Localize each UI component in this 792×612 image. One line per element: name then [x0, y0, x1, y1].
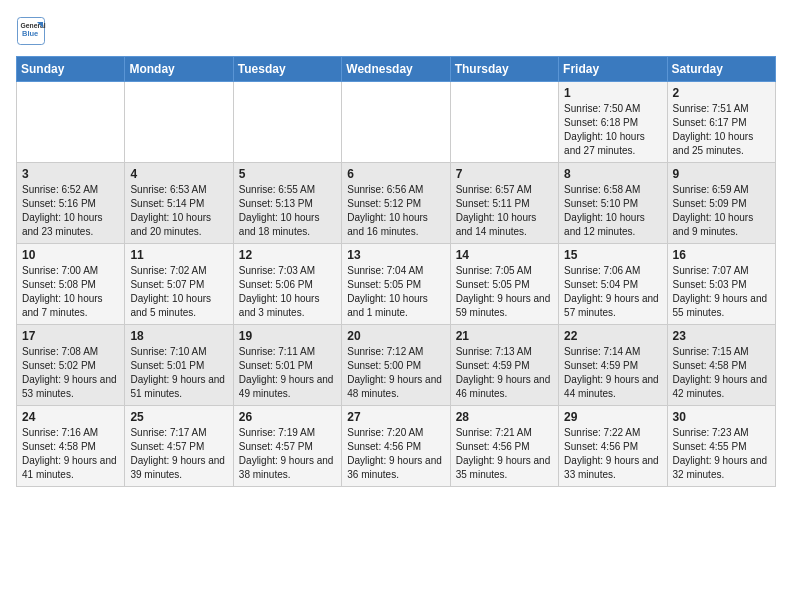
day-number: 3	[22, 167, 119, 181]
calendar-cell: 12Sunrise: 7:03 AM Sunset: 5:06 PM Dayli…	[233, 244, 341, 325]
page-header: General Blue	[16, 16, 776, 46]
day-info: Sunrise: 7:15 AM Sunset: 4:58 PM Dayligh…	[673, 345, 770, 401]
day-info: Sunrise: 7:13 AM Sunset: 4:59 PM Dayligh…	[456, 345, 553, 401]
day-number: 4	[130, 167, 227, 181]
day-info: Sunrise: 6:57 AM Sunset: 5:11 PM Dayligh…	[456, 183, 553, 239]
day-info: Sunrise: 6:58 AM Sunset: 5:10 PM Dayligh…	[564, 183, 661, 239]
calendar-cell: 19Sunrise: 7:11 AM Sunset: 5:01 PM Dayli…	[233, 325, 341, 406]
day-info: Sunrise: 7:16 AM Sunset: 4:58 PM Dayligh…	[22, 426, 119, 482]
day-info: Sunrise: 6:55 AM Sunset: 5:13 PM Dayligh…	[239, 183, 336, 239]
calendar-cell: 28Sunrise: 7:21 AM Sunset: 4:56 PM Dayli…	[450, 406, 558, 487]
day-info: Sunrise: 6:59 AM Sunset: 5:09 PM Dayligh…	[673, 183, 770, 239]
calendar-cell: 1Sunrise: 7:50 AM Sunset: 6:18 PM Daylig…	[559, 82, 667, 163]
day-info: Sunrise: 7:03 AM Sunset: 5:06 PM Dayligh…	[239, 264, 336, 320]
calendar-cell: 29Sunrise: 7:22 AM Sunset: 4:56 PM Dayli…	[559, 406, 667, 487]
day-info: Sunrise: 7:50 AM Sunset: 6:18 PM Dayligh…	[564, 102, 661, 158]
day-number: 17	[22, 329, 119, 343]
day-number: 9	[673, 167, 770, 181]
calendar-cell: 8Sunrise: 6:58 AM Sunset: 5:10 PM Daylig…	[559, 163, 667, 244]
calendar-cell: 15Sunrise: 7:06 AM Sunset: 5:04 PM Dayli…	[559, 244, 667, 325]
weekday-header-row: SundayMondayTuesdayWednesdayThursdayFrid…	[17, 57, 776, 82]
day-number: 10	[22, 248, 119, 262]
calendar-cell: 23Sunrise: 7:15 AM Sunset: 4:58 PM Dayli…	[667, 325, 775, 406]
weekday-header: Saturday	[667, 57, 775, 82]
day-number: 6	[347, 167, 444, 181]
calendar-cell	[450, 82, 558, 163]
day-info: Sunrise: 7:22 AM Sunset: 4:56 PM Dayligh…	[564, 426, 661, 482]
calendar-cell: 10Sunrise: 7:00 AM Sunset: 5:08 PM Dayli…	[17, 244, 125, 325]
day-number: 16	[673, 248, 770, 262]
day-info: Sunrise: 7:21 AM Sunset: 4:56 PM Dayligh…	[456, 426, 553, 482]
day-number: 28	[456, 410, 553, 424]
calendar-week-row: 10Sunrise: 7:00 AM Sunset: 5:08 PM Dayli…	[17, 244, 776, 325]
calendar-cell: 25Sunrise: 7:17 AM Sunset: 4:57 PM Dayli…	[125, 406, 233, 487]
day-info: Sunrise: 7:11 AM Sunset: 5:01 PM Dayligh…	[239, 345, 336, 401]
day-number: 1	[564, 86, 661, 100]
calendar-cell: 14Sunrise: 7:05 AM Sunset: 5:05 PM Dayli…	[450, 244, 558, 325]
weekday-header: Wednesday	[342, 57, 450, 82]
day-number: 5	[239, 167, 336, 181]
weekday-header: Thursday	[450, 57, 558, 82]
calendar-table: SundayMondayTuesdayWednesdayThursdayFrid…	[16, 56, 776, 487]
day-info: Sunrise: 7:51 AM Sunset: 6:17 PM Dayligh…	[673, 102, 770, 158]
day-info: Sunrise: 7:10 AM Sunset: 5:01 PM Dayligh…	[130, 345, 227, 401]
calendar-cell	[125, 82, 233, 163]
calendar-cell: 20Sunrise: 7:12 AM Sunset: 5:00 PM Dayli…	[342, 325, 450, 406]
calendar-cell: 4Sunrise: 6:53 AM Sunset: 5:14 PM Daylig…	[125, 163, 233, 244]
day-info: Sunrise: 7:12 AM Sunset: 5:00 PM Dayligh…	[347, 345, 444, 401]
calendar-cell	[233, 82, 341, 163]
day-info: Sunrise: 7:00 AM Sunset: 5:08 PM Dayligh…	[22, 264, 119, 320]
day-info: Sunrise: 7:19 AM Sunset: 4:57 PM Dayligh…	[239, 426, 336, 482]
day-number: 19	[239, 329, 336, 343]
day-number: 24	[22, 410, 119, 424]
weekday-header: Friday	[559, 57, 667, 82]
day-info: Sunrise: 7:07 AM Sunset: 5:03 PM Dayligh…	[673, 264, 770, 320]
day-info: Sunrise: 6:52 AM Sunset: 5:16 PM Dayligh…	[22, 183, 119, 239]
weekday-header: Tuesday	[233, 57, 341, 82]
day-number: 2	[673, 86, 770, 100]
day-number: 12	[239, 248, 336, 262]
day-number: 8	[564, 167, 661, 181]
day-number: 20	[347, 329, 444, 343]
calendar-cell: 3Sunrise: 6:52 AM Sunset: 5:16 PM Daylig…	[17, 163, 125, 244]
day-number: 29	[564, 410, 661, 424]
calendar-cell: 5Sunrise: 6:55 AM Sunset: 5:13 PM Daylig…	[233, 163, 341, 244]
logo-icon: General Blue	[16, 16, 46, 46]
calendar-cell: 11Sunrise: 7:02 AM Sunset: 5:07 PM Dayli…	[125, 244, 233, 325]
day-number: 13	[347, 248, 444, 262]
calendar-cell: 24Sunrise: 7:16 AM Sunset: 4:58 PM Dayli…	[17, 406, 125, 487]
weekday-header: Sunday	[17, 57, 125, 82]
day-info: Sunrise: 7:20 AM Sunset: 4:56 PM Dayligh…	[347, 426, 444, 482]
calendar-cell: 16Sunrise: 7:07 AM Sunset: 5:03 PM Dayli…	[667, 244, 775, 325]
calendar-cell	[17, 82, 125, 163]
day-info: Sunrise: 6:53 AM Sunset: 5:14 PM Dayligh…	[130, 183, 227, 239]
day-number: 25	[130, 410, 227, 424]
day-number: 18	[130, 329, 227, 343]
weekday-header: Monday	[125, 57, 233, 82]
calendar-cell: 18Sunrise: 7:10 AM Sunset: 5:01 PM Dayli…	[125, 325, 233, 406]
svg-text:Blue: Blue	[22, 29, 38, 38]
day-info: Sunrise: 7:04 AM Sunset: 5:05 PM Dayligh…	[347, 264, 444, 320]
day-number: 26	[239, 410, 336, 424]
day-number: 14	[456, 248, 553, 262]
day-info: Sunrise: 6:56 AM Sunset: 5:12 PM Dayligh…	[347, 183, 444, 239]
calendar-cell: 27Sunrise: 7:20 AM Sunset: 4:56 PM Dayli…	[342, 406, 450, 487]
day-number: 7	[456, 167, 553, 181]
day-info: Sunrise: 7:02 AM Sunset: 5:07 PM Dayligh…	[130, 264, 227, 320]
calendar-week-row: 17Sunrise: 7:08 AM Sunset: 5:02 PM Dayli…	[17, 325, 776, 406]
day-number: 22	[564, 329, 661, 343]
calendar-week-row: 3Sunrise: 6:52 AM Sunset: 5:16 PM Daylig…	[17, 163, 776, 244]
day-number: 27	[347, 410, 444, 424]
calendar-cell: 13Sunrise: 7:04 AM Sunset: 5:05 PM Dayli…	[342, 244, 450, 325]
day-number: 23	[673, 329, 770, 343]
day-number: 11	[130, 248, 227, 262]
day-number: 30	[673, 410, 770, 424]
calendar-cell: 6Sunrise: 6:56 AM Sunset: 5:12 PM Daylig…	[342, 163, 450, 244]
day-info: Sunrise: 7:14 AM Sunset: 4:59 PM Dayligh…	[564, 345, 661, 401]
day-info: Sunrise: 7:06 AM Sunset: 5:04 PM Dayligh…	[564, 264, 661, 320]
calendar-cell: 30Sunrise: 7:23 AM Sunset: 4:55 PM Dayli…	[667, 406, 775, 487]
calendar-cell: 9Sunrise: 6:59 AM Sunset: 5:09 PM Daylig…	[667, 163, 775, 244]
calendar-cell: 7Sunrise: 6:57 AM Sunset: 5:11 PM Daylig…	[450, 163, 558, 244]
calendar-cell: 22Sunrise: 7:14 AM Sunset: 4:59 PM Dayli…	[559, 325, 667, 406]
calendar-cell: 17Sunrise: 7:08 AM Sunset: 5:02 PM Dayli…	[17, 325, 125, 406]
